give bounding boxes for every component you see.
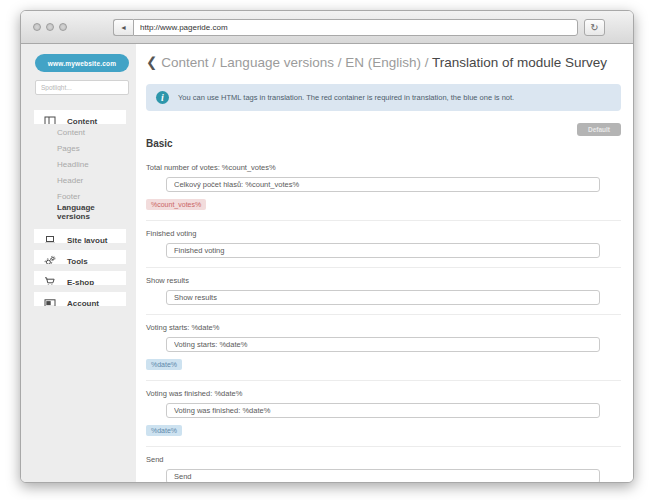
translation-fields: Total number of votes: %count_votes%%cou… — [146, 155, 621, 482]
placeholder-badge-blue: %date% — [146, 359, 182, 370]
refresh-icon: ↻ — [590, 22, 598, 33]
sidebar-item-label: Header — [57, 176, 83, 185]
sidebar-item-label: Content — [57, 128, 85, 137]
placeholder-badge-blue: %date% — [146, 425, 182, 436]
columns-icon — [44, 115, 56, 124]
browser-window: ◄ ↻ www.mywebsite.com ContentContentPage… — [20, 10, 634, 483]
sidebar-item-header[interactable]: Header — [34, 172, 126, 188]
breadcrumb-path[interactable]: Content / Language versions / EN (Englis… — [161, 55, 432, 70]
site-url-button[interactable]: www.mywebsite.com — [35, 54, 129, 72]
window-zoom-button[interactable] — [59, 23, 67, 31]
breadcrumb: ❮Content / Language versions / EN (Engli… — [146, 52, 621, 73]
info-icon: i — [156, 91, 169, 104]
field-label: Voting starts: %date% — [146, 323, 621, 332]
address-bar: ◄ ↻ — [113, 19, 605, 36]
window-body: www.mywebsite.com ContentContentPagesHea… — [21, 44, 633, 482]
sidebar: www.mywebsite.com ContentContentPagesHea… — [21, 44, 136, 482]
spotlight-search-input[interactable] — [35, 80, 129, 95]
sidebar-item-label: E-shop — [67, 278, 94, 286]
translation-input[interactable] — [166, 177, 600, 192]
main-content: ❮Content / Language versions / EN (Engli… — [136, 44, 633, 482]
info-alert: i You can use HTML tags in translation. … — [146, 84, 621, 111]
page-title: Translation of module Survey — [432, 55, 607, 70]
cart-icon — [44, 276, 56, 285]
sidebar-item-label: Site layout — [67, 236, 107, 244]
sidebar-item-language-versions[interactable]: Language versions — [34, 204, 126, 220]
translation-input[interactable] — [166, 243, 600, 258]
field-label: Send — [146, 455, 621, 464]
translation-input[interactable] — [166, 469, 600, 482]
window-minimize-button[interactable] — [46, 23, 54, 31]
sidebar-item-site-layout[interactable]: Site layout — [34, 229, 126, 243]
field-label: Voting was finished: %date% — [146, 389, 621, 398]
sidebar-item-content[interactable]: Content — [34, 124, 126, 140]
field-group: Show results — [146, 267, 621, 314]
field-label: Show results — [146, 276, 621, 285]
sidebar-item-footer[interactable]: Footer — [34, 188, 126, 204]
gears-icon — [44, 255, 56, 264]
sidebar-item-label: Account — [67, 299, 99, 307]
info-alert-text: You can use HTML tags in translation. Th… — [178, 93, 514, 102]
sidebar-item-label: Headline — [57, 160, 89, 169]
toolbar-row: Default — [146, 118, 621, 136]
field-group: Finished voting — [146, 220, 621, 267]
placeholder-badge-red: %count_votes% — [146, 199, 206, 210]
url-input[interactable] — [133, 19, 578, 36]
sidebar-nav: ContentContentPagesHeadlineHeaderFooterL… — [34, 110, 126, 306]
sidebar-item-content[interactable]: Content — [34, 110, 126, 124]
section-heading: Basic — [146, 138, 621, 149]
field-group: Total number of votes: %count_votes%%cou… — [146, 155, 621, 220]
laptop-icon — [44, 234, 56, 243]
field-label: Finished voting — [146, 229, 621, 238]
field-label: Total number of votes: %count_votes% — [146, 163, 621, 172]
translation-input[interactable] — [166, 290, 600, 305]
refresh-button[interactable]: ↻ — [584, 19, 605, 36]
window-close-button[interactable] — [33, 23, 41, 31]
browser-titlebar: ◄ ↻ — [21, 11, 633, 44]
sidebar-item-label: Footer — [57, 192, 80, 201]
field-group: Send — [146, 446, 621, 482]
breadcrumb-back-icon[interactable]: ❮ — [146, 55, 157, 70]
card-icon — [44, 297, 56, 306]
sidebar-item-tools[interactable]: Tools — [34, 250, 126, 264]
field-group: Voting starts: %date%%date% — [146, 314, 621, 380]
back-icon: ◄ — [120, 24, 127, 31]
translation-input[interactable] — [166, 403, 600, 418]
sidebar-item-label: Content — [67, 117, 97, 125]
sidebar-item-headline[interactable]: Headline — [34, 156, 126, 172]
sidebar-item-label: Language versions — [57, 203, 126, 221]
default-button[interactable]: Default — [577, 123, 621, 136]
back-button[interactable]: ◄ — [113, 19, 133, 36]
sidebar-item-label: Tools — [67, 257, 88, 265]
sidebar-item-account[interactable]: Account — [34, 292, 126, 306]
sidebar-item-pages[interactable]: Pages — [34, 140, 126, 156]
sidebar-item-label: Pages — [57, 144, 80, 153]
field-group: Voting was finished: %date%%date% — [146, 380, 621, 446]
sidebar-item-e-shop[interactable]: E-shop — [34, 271, 126, 285]
translation-input[interactable] — [166, 337, 600, 352]
window-controls — [33, 23, 67, 31]
